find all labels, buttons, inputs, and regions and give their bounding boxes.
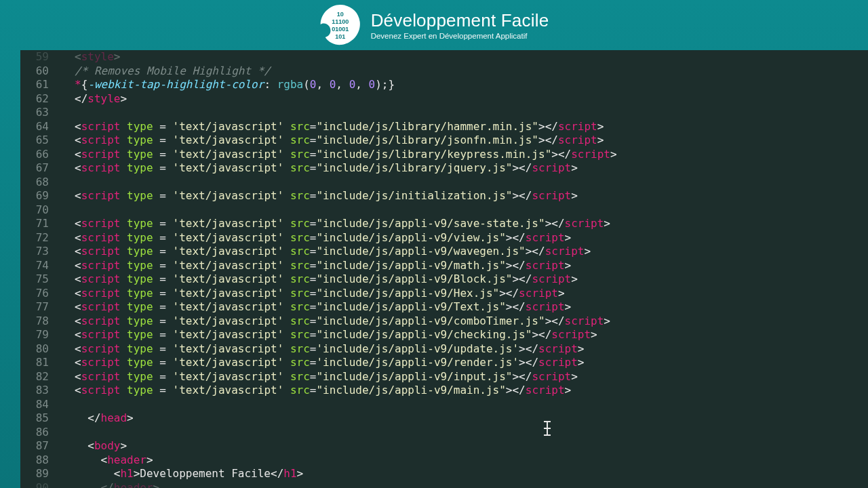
code-line[interactable] [58, 426, 868, 440]
code-line[interactable]: <script type = 'text/javascript' src="in… [58, 300, 868, 314]
line-number: 79 [20, 328, 49, 342]
line-number-gutter: 5960616263646566676869707172737475767778… [20, 50, 58, 488]
line-number: 68 [20, 176, 49, 190]
line-number: 75 [20, 272, 49, 287]
line-number: 65 [20, 134, 49, 148]
code-line[interactable]: <script type = 'text/javascript' src="in… [58, 217, 868, 231]
line-number: 80 [20, 342, 49, 357]
line-number: 64 [20, 120, 49, 134]
line-number: 70 [20, 203, 49, 218]
line-number: 63 [20, 106, 49, 120]
code-line[interactable]: <script type = 'text/javascript' src="in… [58, 189, 868, 203]
code-line[interactable] [58, 398, 868, 412]
line-number: 77 [20, 300, 49, 314]
code-editor[interactable]: 5960616263646566676869707172737475767778… [20, 50, 868, 488]
brand-title: Développement Facile [371, 10, 549, 31]
line-number: 90 [20, 481, 49, 489]
line-number: 67 [20, 161, 49, 176]
code-line[interactable]: <script type = 'text/javascript' src="in… [58, 148, 868, 162]
brand-subtitle: Devenez Expert en Développement Applicat… [371, 32, 549, 40]
line-number: 81 [20, 356, 49, 370]
code-line[interactable]: <body> [58, 439, 868, 453]
code-line[interactable]: *{-webkit-tap-highlight-color: rgba(0, 0… [58, 78, 868, 92]
code-line[interactable]: <script type = 'text/javascript' src="in… [58, 328, 868, 342]
code-line[interactable] [58, 106, 868, 120]
code-line[interactable]: <script type = 'text/javascript' src="in… [58, 245, 868, 259]
line-number: 88 [20, 453, 49, 468]
code-line[interactable] [58, 176, 868, 190]
line-number: 89 [20, 467, 49, 481]
code-line[interactable]: </head> [58, 411, 868, 426]
line-number: 73 [20, 245, 49, 259]
code-line[interactable]: <script type = 'text/javascript' src="in… [58, 134, 868, 148]
code-line[interactable]: <script type = 'text/javascript' src="in… [58, 231, 868, 245]
line-number: 69 [20, 189, 49, 203]
code-line[interactable]: <script type = 'text/javascript' src="in… [58, 272, 868, 287]
code-line[interactable]: <header> [58, 453, 868, 468]
line-number: 76 [20, 287, 49, 301]
code-line[interactable]: <style> [58, 50, 868, 64]
code-line[interactable] [58, 203, 868, 218]
line-number: 87 [20, 439, 49, 453]
code-line[interactable]: <script type = 'text/javascript' src="in… [58, 314, 868, 329]
code-line[interactable]: </header> [58, 481, 868, 489]
code-line[interactable]: <h1>Developpement Facile</h1> [58, 467, 868, 481]
line-number: 85 [20, 411, 49, 426]
line-number: 84 [20, 398, 49, 412]
code-line[interactable]: <script type = 'text/javascript' src="in… [58, 161, 868, 176]
code-line[interactable]: <script type = 'text/javascript' src='in… [58, 356, 868, 370]
code-line[interactable]: <script type = 'text/javascript' src="in… [58, 370, 868, 384]
line-number: 60 [20, 64, 49, 79]
code-line[interactable]: <script type = 'text/javascript' src="in… [58, 120, 868, 134]
code-line[interactable]: <script type = 'text/javascript' src="in… [58, 287, 868, 301]
logo-bits-3: 101 [335, 33, 345, 40]
code-line[interactable]: <script type = 'text/javascript' src='in… [58, 342, 868, 357]
line-number: 82 [20, 370, 49, 384]
line-number: 61 [20, 78, 49, 92]
code-line[interactable]: </style> [58, 92, 868, 106]
brand-header: 10 11100 01001 101 Développement Facile … [319, 4, 549, 46]
line-number: 72 [20, 231, 49, 245]
line-number: 78 [20, 314, 49, 329]
line-number: 83 [20, 384, 49, 398]
brand-logo-icon: 10 11100 01001 101 [319, 4, 361, 46]
line-number: 71 [20, 217, 49, 231]
logo-bits-0: 10 [337, 11, 344, 18]
line-number: 62 [20, 92, 49, 106]
code-area[interactable]: <style>/* Removes Mobile Highlight */*{-… [58, 50, 868, 488]
code-line[interactable]: /* Removes Mobile Highlight */ [58, 64, 868, 79]
logo-bits-1: 11100 [332, 18, 349, 25]
code-line[interactable]: <script type = 'text/javascript' src="in… [58, 384, 868, 398]
logo-bits-2: 01001 [332, 26, 349, 33]
line-number: 66 [20, 148, 49, 162]
code-line[interactable]: <script type = 'text/javascript' src="in… [58, 259, 868, 273]
line-number: 59 [20, 50, 49, 64]
line-number: 86 [20, 426, 49, 440]
line-number: 74 [20, 259, 49, 273]
